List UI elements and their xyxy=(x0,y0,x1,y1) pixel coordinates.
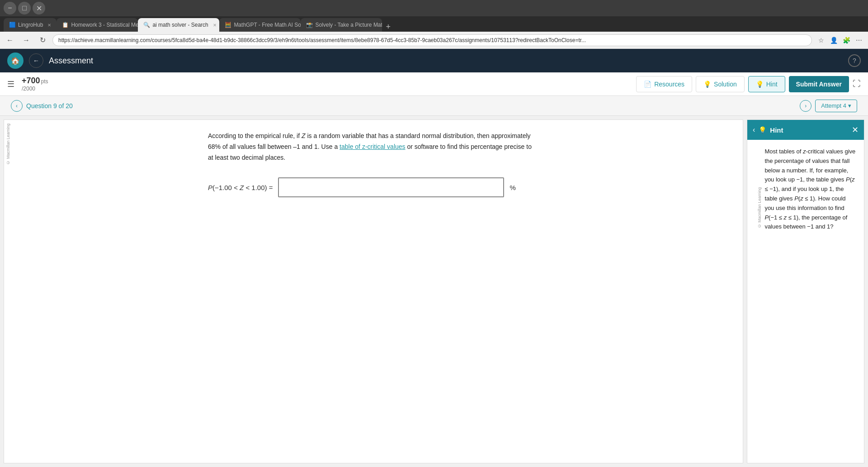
fullscreen-button[interactable]: ⛶ xyxy=(853,79,861,89)
hint-title: Hint xyxy=(770,126,848,134)
chevron-down-icon: ▾ xyxy=(848,102,851,109)
hint-text: Most tables of z-critical values give th… xyxy=(764,147,857,232)
tab-label-1: LingroHub xyxy=(18,22,43,28)
url-input[interactable] xyxy=(52,34,812,46)
menu-icon[interactable]: ☰ xyxy=(7,79,14,89)
question-nav: ‹ Question 9 of 20 › Attempt 4 ▾ xyxy=(0,96,868,116)
hint-header: ‹ 💡 Hint ✕ xyxy=(747,120,864,140)
tab-favicon-5: 📸 xyxy=(306,22,312,28)
z-table-link[interactable]: table of z-critical values xyxy=(340,143,406,150)
app-header: 🏠 ← Assessment ? xyxy=(0,49,868,72)
tab-favicon-3: 🔍 xyxy=(143,22,150,28)
extensions-icon[interactable]: 🧩 xyxy=(841,35,852,46)
browser-chrome: − □ ✕ xyxy=(0,0,868,16)
tab-lingro[interactable]: 🟦 LingroHub ✕ xyxy=(4,18,57,32)
close-button[interactable]: ✕ xyxy=(33,2,45,14)
answer-row: P(−1.00 < Z < 1.00) = % xyxy=(208,177,535,197)
toolbar-actions: 📄 Resources 💡 Solution 💡 Hint Submit Ans… xyxy=(636,76,861,92)
tab-ai-math[interactable]: 🔍 ai math solver - Search ✕ xyxy=(138,18,219,32)
tab-favicon-2: 📋 xyxy=(62,22,68,28)
forward-nav-button[interactable]: → xyxy=(20,34,33,47)
back-button[interactable]: ← xyxy=(29,53,43,68)
prev-question-button[interactable]: ‹ xyxy=(11,100,23,112)
tab-favicon-4: 🧮 xyxy=(225,22,231,28)
app-title: Assessment xyxy=(49,56,843,66)
solution-icon: 💡 xyxy=(703,81,711,88)
browser-controls: − □ ✕ xyxy=(4,2,45,14)
z-variable: Z xyxy=(302,132,306,139)
address-bar: ← → ↻ ☆ 👤 🧩 ⋯ xyxy=(0,32,868,49)
hint-copyright: © Macmillan Learning xyxy=(755,147,764,232)
solution-button[interactable]: 💡 Solution xyxy=(696,76,745,92)
more-icon[interactable]: ⋯ xyxy=(854,35,864,46)
question-copyright: © Macmillan Learning xyxy=(4,120,12,168)
toolbar: ☰ +700pts /2000 📄 Resources 💡 Solution 💡… xyxy=(0,72,868,96)
question-area: © Macmillan Learning According to the em… xyxy=(4,119,743,463)
home-button[interactable]: 🏠 xyxy=(7,52,24,69)
hint-back-button[interactable]: ‹ xyxy=(753,126,755,134)
percent-label: % xyxy=(509,184,515,191)
hint-icon: 💡 xyxy=(756,81,764,88)
question-label: Question 9 of 20 xyxy=(26,102,796,110)
equation-label: P(−1.00 < Z < 1.00) = xyxy=(208,184,273,191)
answer-input[interactable] xyxy=(278,177,504,197)
header-right: ? xyxy=(848,54,861,67)
tab-label-2: Homework 3 - Statistical Metho... xyxy=(71,22,138,28)
tabs-bar: 🟦 LingroHub ✕ 📋 Homework 3 - Statistical… xyxy=(0,16,868,32)
maximize-button[interactable]: □ xyxy=(18,2,31,14)
hint-body: © Macmillan Learning Most tables of z-cr… xyxy=(747,140,864,239)
tab-mathgpt[interactable]: 🧮 MathGPT - Free Math AI Solver |... ✕ xyxy=(219,18,301,32)
hint-icon-header: 💡 xyxy=(759,126,766,133)
tab-homework[interactable]: 📋 Homework 3 - Statistical Metho... ✕ xyxy=(57,18,138,32)
tab-label-3: ai math solver - Search xyxy=(152,22,208,28)
back-nav-button[interactable]: ← xyxy=(4,34,16,47)
new-tab-button[interactable]: + xyxy=(382,22,394,32)
hint-panel: ‹ 💡 Hint ✕ © Macmillan Learning Most tab… xyxy=(747,119,864,463)
profile-icon[interactable]: 👤 xyxy=(828,35,839,46)
hint-button[interactable]: 💡 Hint xyxy=(748,76,785,92)
tab-favicon-1: 🟦 xyxy=(9,22,15,28)
main-content: © Macmillan Learning According to the em… xyxy=(0,116,868,467)
attempt-button[interactable]: Attempt 4 ▾ xyxy=(815,100,857,112)
submit-button[interactable]: Submit Answer xyxy=(789,76,849,92)
pts-total: /2000 xyxy=(22,86,632,92)
bookmark-icon[interactable]: ☆ xyxy=(816,35,826,46)
address-icons: ☆ 👤 🧩 ⋯ xyxy=(816,35,864,46)
tab-label-5: Solvely - Take a Picture Math Sol... xyxy=(315,22,382,28)
minimize-button[interactable]: − xyxy=(4,2,16,14)
resources-icon: 📄 xyxy=(644,81,651,88)
help-button[interactable]: ? xyxy=(848,54,861,67)
hint-close-button[interactable]: ✕ xyxy=(852,125,859,135)
tab-solvely[interactable]: 📸 Solvely - Take a Picture Math Sol... ✕ xyxy=(301,18,382,32)
tab-close-1[interactable]: ✕ xyxy=(47,23,51,28)
question-content: According to the empirical rule, if Z is… xyxy=(197,120,550,208)
pts-display: +700pts /2000 xyxy=(22,76,632,92)
resources-button[interactable]: 📄 Resources xyxy=(636,76,692,92)
next-question-button[interactable]: › xyxy=(800,100,811,112)
pts-value: +700pts xyxy=(22,76,632,86)
reload-button[interactable]: ↻ xyxy=(36,34,49,47)
tab-label-4: MathGPT - Free Math AI Solver |... xyxy=(234,22,301,28)
question-text: According to the empirical rule, if Z is… xyxy=(208,131,535,163)
tab-close-3[interactable]: ✕ xyxy=(213,23,217,28)
